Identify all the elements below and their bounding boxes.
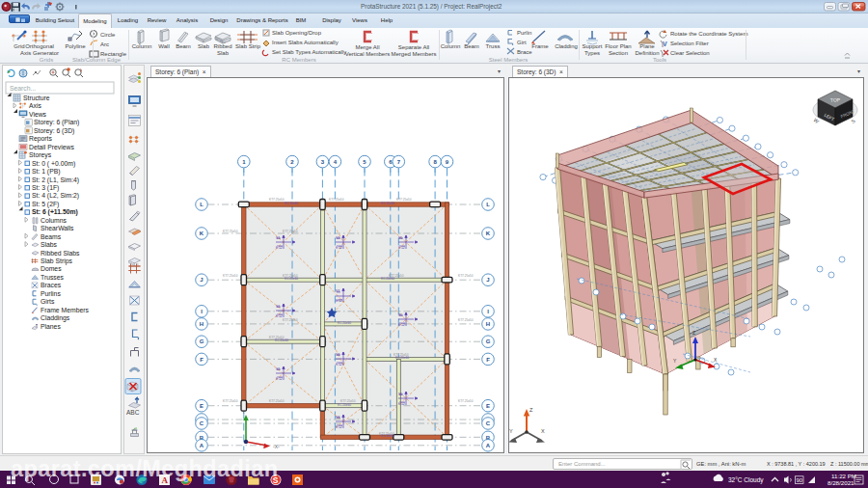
svg-text:Brace: Brace bbox=[517, 49, 532, 55]
svg-text:Beams: Beams bbox=[41, 233, 62, 240]
svg-text:Girts: Girts bbox=[41, 298, 55, 305]
svg-text:E: E bbox=[486, 403, 490, 409]
svg-text:J: J bbox=[486, 277, 489, 283]
svg-text:S3: S3 bbox=[336, 353, 339, 357]
svg-text:X: X bbox=[714, 357, 718, 363]
svg-text:h:12: h:12 bbox=[398, 246, 405, 250]
svg-text:8/28/2021: 8/28/2021 bbox=[827, 479, 854, 486]
svg-text:Slab Opening/Drop: Slab Opening/Drop bbox=[272, 30, 322, 36]
svg-text:Slab Strips: Slab Strips bbox=[41, 258, 72, 265]
svg-text:S: S bbox=[850, 118, 856, 124]
svg-text:TOP: TOP bbox=[830, 96, 841, 102]
svg-text:Set Slab Types Automatically: Set Slab Types Automatically bbox=[272, 49, 346, 55]
svg-text:h:12: h:12 bbox=[276, 377, 283, 381]
svg-text:KC 20x60: KC 20x60 bbox=[338, 321, 351, 325]
svg-text:E: E bbox=[200, 403, 203, 409]
svg-text:KT7.25x50: KT7.25x50 bbox=[396, 198, 412, 202]
svg-text:h:12: h:12 bbox=[276, 246, 283, 250]
svg-text:KC 20x60: KC 20x60 bbox=[275, 339, 288, 342]
svg-text:S1: S1 bbox=[276, 305, 280, 309]
svg-text:-X-: -X- bbox=[273, 444, 280, 449]
svg-text:h:12: h:12 bbox=[398, 323, 405, 327]
svg-text:A: A bbox=[200, 443, 204, 448]
svg-text:Domes: Domes bbox=[41, 265, 62, 272]
svg-text:S3: S3 bbox=[336, 416, 339, 420]
svg-text:KT7.25x50: KT7.25x50 bbox=[223, 274, 238, 278]
svg-text:ABC: ABC bbox=[126, 409, 140, 416]
svg-text:S3: S3 bbox=[336, 289, 339, 293]
svg-text:h:12: h:12 bbox=[398, 402, 405, 406]
svg-text:A: A bbox=[486, 443, 491, 448]
svg-text:h:12: h:12 bbox=[336, 425, 342, 429]
svg-text:Purlin: Purlin bbox=[517, 30, 531, 36]
svg-text:Axis: Axis bbox=[29, 102, 41, 109]
svg-text:Selection Filter: Selection Filter bbox=[670, 41, 709, 46]
svg-text:KT7.25x50: KT7.25x50 bbox=[269, 198, 285, 202]
svg-text:KT7.25x50: KT7.25x50 bbox=[283, 318, 298, 322]
svg-text:Slabs: Slabs bbox=[41, 241, 58, 248]
svg-text:KT7.25x50: KT7.25x50 bbox=[329, 198, 344, 202]
svg-text:St: 2 (L1, Sim:4): St: 2 (L1, Sim:4) bbox=[32, 176, 79, 184]
svg-text:ShearWalls: ShearWalls bbox=[41, 225, 74, 231]
svg-text:KT7.25x50: KT7.25x50 bbox=[223, 230, 238, 233]
svg-text:S3: S3 bbox=[336, 236, 339, 240]
svg-text:KC 20x60: KC 20x60 bbox=[395, 356, 409, 360]
svg-text:S1: S1 bbox=[276, 367, 280, 371]
svg-text:G: G bbox=[486, 339, 491, 344]
svg-text:KT7.25x50: KT7.25x50 bbox=[458, 399, 474, 403]
svg-text:Z: Z bbox=[529, 407, 533, 413]
svg-text:St: 4 (L2, Sim:2): St: 4 (L2, Sim:2) bbox=[32, 192, 79, 200]
svg-text:St: 6 (+11.50m): St: 6 (+11.50m) bbox=[32, 208, 78, 216]
svg-text:G: G bbox=[200, 339, 204, 344]
svg-text:KT7.25x50: KT7.25x50 bbox=[283, 230, 298, 233]
svg-text:Reports: Reports bbox=[29, 135, 52, 143]
svg-text:h:12: h:12 bbox=[336, 246, 342, 250]
svg-text:KT7.25x50: KT7.25x50 bbox=[269, 399, 285, 403]
svg-text:J: J bbox=[200, 277, 203, 283]
svg-text:90: 90 bbox=[797, 477, 803, 483]
svg-text:Storeys: Storeys bbox=[29, 151, 52, 159]
svg-text:Storey: 6 (Plan): Storey: 6 (Plan) bbox=[34, 119, 79, 126]
svg-text:L: L bbox=[200, 202, 203, 207]
svg-text:H: H bbox=[200, 321, 203, 327]
svg-text:KC 20x60: KC 20x60 bbox=[285, 277, 298, 281]
svg-text:KC 20x60: KC 20x60 bbox=[285, 202, 298, 205]
svg-text:Detail Previews: Detail Previews bbox=[29, 144, 74, 150]
svg-text:KC 20x60: KC 20x60 bbox=[381, 202, 394, 205]
svg-text:S5: S5 bbox=[398, 393, 402, 396]
svg-text:K: K bbox=[486, 230, 491, 236]
svg-text:St: 0 ( +0.00m): St: 0 ( +0.00m) bbox=[32, 160, 75, 168]
svg-text:Frame Members: Frame Members bbox=[41, 307, 89, 313]
svg-text:h:12: h:12 bbox=[276, 314, 283, 318]
svg-text:L: L bbox=[486, 202, 490, 207]
svg-text:Rotate the Coordinate System: Rotate the Coordinate System bbox=[670, 31, 747, 37]
svg-text:KT7.25x50: KT7.25x50 bbox=[458, 318, 474, 322]
svg-text:Views: Views bbox=[29, 111, 47, 118]
svg-text:Structure: Structure bbox=[23, 95, 50, 101]
svg-text:Columns: Columns bbox=[41, 217, 67, 224]
svg-text:St: 1 (PB): St: 1 (PB) bbox=[32, 168, 60, 176]
svg-text:C: C bbox=[200, 420, 204, 426]
svg-text:S5: S5 bbox=[398, 236, 402, 240]
svg-text:KC 20x60: KC 20x60 bbox=[338, 403, 351, 407]
svg-text:KC 20x60: KC 20x60 bbox=[381, 434, 394, 438]
svg-text:X: X bbox=[541, 428, 545, 434]
svg-text:Trusses: Trusses bbox=[41, 274, 65, 281]
svg-text:Claddings: Claddings bbox=[41, 314, 70, 322]
svg-text:F: F bbox=[200, 357, 203, 363]
svg-text:F: F bbox=[486, 357, 490, 363]
svg-text:32°C Cloudy: 32°C Cloudy bbox=[728, 476, 764, 484]
svg-text:Ribbed Slabs: Ribbed Slabs bbox=[41, 250, 80, 257]
svg-text:Insert Slabs Automatically: Insert Slabs Automatically bbox=[272, 40, 339, 45]
svg-text:Clear Selection: Clear Selection bbox=[670, 50, 710, 56]
svg-text:h:12: h:12 bbox=[336, 299, 342, 303]
svg-text:St: 3 (1F): St: 3 (1F) bbox=[32, 184, 59, 192]
svg-text:Z: Z bbox=[692, 330, 695, 336]
svg-text:Braces: Braces bbox=[41, 282, 62, 288]
svg-text:Planes: Planes bbox=[41, 323, 61, 330]
svg-text:Purlins: Purlins bbox=[41, 290, 61, 297]
svg-text:Y: Y bbox=[509, 428, 513, 434]
svg-text:KC 20x60: KC 20x60 bbox=[381, 277, 394, 281]
svg-text:Girt: Girt bbox=[517, 40, 527, 45]
svg-text:KT7.25x50: KT7.25x50 bbox=[458, 274, 474, 278]
